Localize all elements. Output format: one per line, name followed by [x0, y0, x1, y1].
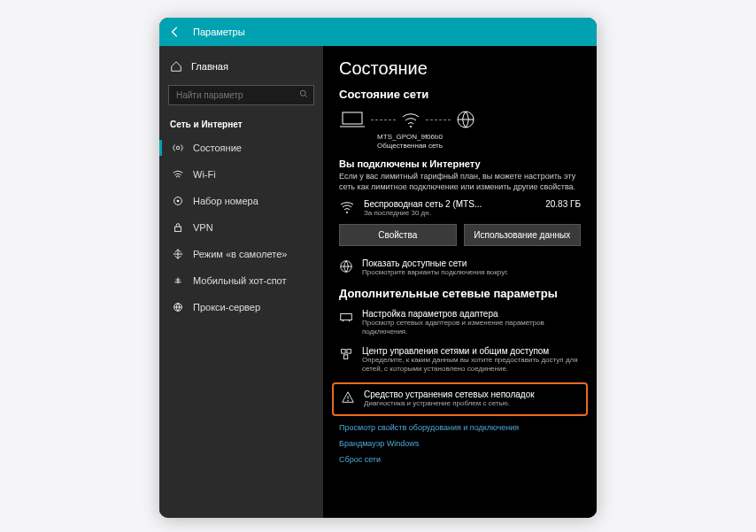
sidebar-item-dialup[interactable]: Набор номера — [159, 188, 323, 214]
properties-button[interactable]: Свойства — [339, 224, 457, 246]
sidebar-item-proxy[interactable]: Прокси-сервер — [159, 294, 323, 320]
svg-rect-14 — [343, 355, 347, 359]
show-available-networks[interactable]: Показать доступные сети Просмотрите вари… — [339, 258, 581, 277]
sidebar-item-hotspot[interactable]: Мобильный хот-спот — [159, 267, 323, 294]
sidebar-section: Сеть и Интернет — [159, 114, 323, 135]
proxy-icon — [172, 301, 184, 313]
text-links: Просмотр свойств оборудования и подключе… — [339, 423, 581, 464]
highlighted-box: Средство устранения сетевых неполадок Ди… — [332, 382, 588, 415]
link-subtitle: Просмотрите варианты подключения вокруг. — [362, 268, 508, 277]
sidebar-item-label: Набор номера — [193, 196, 258, 206]
home-icon — [170, 60, 182, 73]
wifi-icon — [339, 199, 355, 215]
conn-period: За последние 30 дн. — [364, 209, 536, 217]
network-type: Общественная сеть — [366, 142, 454, 150]
dash-line — [371, 120, 396, 120]
link-firewall[interactable]: Брандмауэр Windows — [339, 439, 581, 448]
link-subtitle: Определите, к каким данным вы хотите пре… — [362, 356, 581, 374]
sidebar-item-airplane[interactable]: Режим «в самолете» — [159, 241, 323, 267]
link-subtitle: Просмотр сетевых адаптеров и изменение п… — [362, 319, 581, 337]
status-icon — [172, 142, 184, 154]
svg-rect-6 — [343, 112, 362, 124]
link-hardware-props[interactable]: Просмотр свойств оборудования и подключе… — [339, 423, 581, 432]
sidebar-home-label: Главная — [191, 61, 228, 72]
network-usage-row: Беспроводная сеть 2 (MTS... За последние… — [339, 199, 581, 217]
svg-point-7 — [410, 126, 412, 127]
sidebar-item-label: VPN — [193, 222, 213, 233]
diagram-caption: MTS_GPON_9f06b0 Общественная сеть — [366, 133, 454, 150]
connected-title: Вы подключены к Интернету — [339, 158, 581, 169]
connected-text: Если у вас лимитный тарифный план, вы мо… — [339, 171, 581, 192]
wifi-icon — [172, 168, 184, 181]
titlebar: Параметры — [159, 18, 597, 46]
adapter-icon — [339, 310, 353, 324]
network-troubleshooter[interactable]: Средство устранения сетевых неполадок Ди… — [341, 389, 579, 408]
arrow-left-icon — [169, 26, 181, 38]
section-network-status: Состояние сети — [339, 88, 581, 101]
back-button[interactable] — [166, 23, 184, 41]
search-icon — [298, 89, 309, 99]
svg-rect-4 — [175, 227, 181, 231]
svg-rect-12 — [342, 349, 345, 352]
section-advanced: Дополнительные сетевые параметры — [339, 287, 581, 300]
sidebar-item-label: Wi-Fi — [193, 169, 216, 180]
svg-point-1 — [176, 146, 180, 150]
laptop-icon — [339, 110, 366, 129]
sidebar-item-label: Прокси-сервер — [193, 302, 260, 312]
svg-rect-11 — [341, 313, 351, 320]
usage-value: 20.83 ГБ — [545, 199, 581, 209]
conn-name: Беспроводная сеть 2 (MTS... — [364, 199, 536, 209]
sidebar-item-vpn[interactable]: VPN — [159, 214, 323, 241]
dash-line — [426, 120, 451, 120]
sidebar-item-label: Состояние — [193, 143, 242, 153]
svg-point-0 — [300, 90, 305, 96]
svg-rect-13 — [347, 349, 351, 352]
warning-icon — [341, 390, 355, 405]
sidebar: Главная Сеть и Интернет Состояние Wi-Fi — [159, 46, 323, 518]
dialup-icon — [172, 195, 184, 207]
svg-point-3 — [177, 200, 180, 203]
vpn-icon — [172, 221, 184, 234]
sharing-center[interactable]: Центр управления сетями и общим доступом… — [339, 346, 581, 374]
link-title: Центр управления сетями и общим доступом — [362, 346, 581, 356]
sidebar-item-label: Режим «в самолете» — [193, 249, 287, 259]
sidebar-item-label: Мобильный хот-спот — [193, 275, 287, 286]
link-subtitle: Диагностика и устранение проблем с сетью… — [364, 399, 535, 408]
search-input[interactable] — [168, 85, 314, 105]
globe-icon — [339, 259, 353, 274]
link-title: Показать доступные сети — [362, 258, 508, 268]
airplane-icon — [172, 248, 184, 260]
link-title: Средство устранения сетевых неполадок — [364, 389, 535, 399]
sharing-icon — [339, 347, 353, 361]
network-diagram — [339, 110, 581, 129]
sidebar-home[interactable]: Главная — [159, 53, 323, 80]
link-title: Настройка параметров адаптера — [362, 309, 581, 319]
wifi-icon — [401, 110, 420, 129]
adapter-settings[interactable]: Настройка параметров адаптера Просмотр с… — [339, 309, 581, 337]
svg-point-9 — [346, 212, 348, 213]
link-network-reset[interactable]: Сброс сети — [339, 455, 581, 464]
svg-point-15 — [347, 400, 348, 401]
globe-icon — [456, 110, 475, 129]
hotspot-icon — [172, 274, 184, 287]
titlebar-title: Параметры — [193, 27, 245, 37]
data-usage-button[interactable]: Использование данных — [464, 224, 582, 246]
content: Состояние Состояние сети MTS_GPON_9f06b0… — [323, 46, 597, 518]
page-title: Состояние — [339, 58, 581, 79]
settings-window: Параметры Главная Сеть и Интернет Состоя… — [159, 18, 597, 518]
network-name: MTS_GPON_9f06b0 — [366, 133, 454, 142]
sidebar-item-status[interactable]: Состояние — [159, 135, 323, 161]
sidebar-item-wifi[interactable]: Wi-Fi — [159, 161, 323, 188]
